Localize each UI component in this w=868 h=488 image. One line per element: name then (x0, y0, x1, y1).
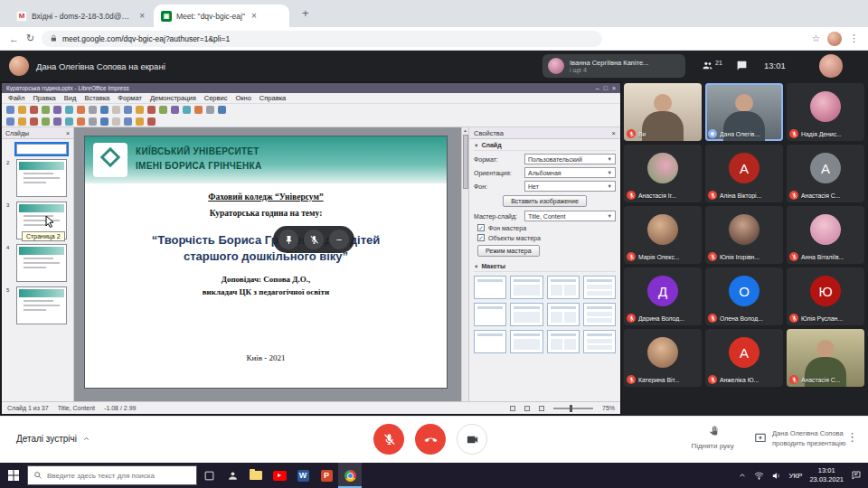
camera-toggle-button[interactable] (457, 424, 487, 455)
toolbar-icon[interactable] (53, 117, 61, 126)
toolbar-icon[interactable] (206, 106, 214, 114)
toolbar-icon[interactable] (18, 106, 26, 114)
people-button[interactable]: 21 (702, 60, 722, 71)
search-input[interactable] (47, 472, 183, 480)
participants-preview[interactable]: Іванна Сергіївна Капіте... і ще 4 (542, 54, 685, 78)
toolbar-icon[interactable] (100, 117, 108, 126)
collapse-icon[interactable]: ▼ (474, 264, 478, 269)
youtube-button[interactable] (268, 463, 291, 488)
toolbar-icon[interactable] (112, 117, 120, 126)
participant-tile[interactable]: Ви (624, 83, 702, 141)
master-slide-select[interactable]: Title, Content▼ (524, 211, 616, 221)
url-input[interactable] (62, 34, 594, 43)
layout-thumb[interactable] (583, 276, 616, 299)
slide-thumbnail[interactable]: 1 (16, 144, 67, 155)
layout-thumb[interactable] (474, 276, 506, 299)
layout-thumb[interactable] (583, 303, 616, 326)
layout-thumb[interactable] (547, 276, 580, 299)
toolbar-icon[interactable] (112, 106, 120, 114)
toolbar-icon[interactable] (147, 117, 156, 126)
menu-window[interactable]: Окно (235, 94, 250, 102)
layout-thumb[interactable] (547, 303, 580, 326)
toolbar-icon[interactable] (147, 106, 156, 114)
chat-button[interactable] (736, 60, 748, 71)
toolbar-icon[interactable] (77, 106, 85, 114)
menu-slideshow[interactable]: Демонстрация (150, 94, 196, 102)
layout-thumb[interactable] (474, 330, 506, 353)
pin-button[interactable] (278, 230, 298, 249)
toolbar-icon[interactable] (183, 106, 191, 114)
toolbar-icon[interactable] (6, 106, 14, 114)
maximize-icon[interactable]: □ (604, 85, 608, 91)
language-indicator[interactable]: УКР (788, 472, 802, 480)
toolbar-icon[interactable] (218, 106, 226, 114)
reload-icon[interactable]: ↻ (26, 33, 34, 44)
layout-thumb[interactable] (583, 330, 616, 353)
menu-file[interactable]: Файл (8, 94, 24, 102)
toolbar-icon[interactable] (53, 106, 61, 114)
start-button[interactable] (8, 470, 19, 481)
toolbar-icon[interactable] (77, 117, 85, 126)
close-icon[interactable]: × (66, 130, 70, 136)
powerpoint-button[interactable]: P (315, 463, 338, 488)
vertical-scrollbar[interactable]: ▴ (461, 127, 468, 401)
file-explorer-button[interactable] (244, 463, 268, 488)
bookmark-icon[interactable]: ☆ (812, 33, 820, 43)
toolbar-icon[interactable] (30, 106, 38, 114)
minimize-icon[interactable]: – (596, 85, 599, 91)
slide-canvas[interactable]: КИЇВСЬКИЙ УНІВЕРСИТЕТ ІМЕНІ БОРИСА ГРІНЧ… (74, 127, 461, 401)
participant-tile[interactable]: Дана Олегів... (705, 83, 783, 141)
toolbar-icon[interactable] (6, 117, 14, 126)
participant-tile[interactable]: ААнастасія С... (787, 145, 864, 202)
browser-profile-avatar[interactable] (827, 32, 842, 46)
participant-tile[interactable]: Юлія Ігорівн... (705, 206, 783, 264)
menu-format[interactable]: Формат (118, 94, 142, 102)
collapse-icon[interactable]: ▼ (474, 143, 478, 148)
menu-tools[interactable]: Сервис (204, 94, 228, 102)
more-options-icon[interactable]: ⋮ (846, 430, 858, 444)
toolbar-icon[interactable] (65, 106, 73, 114)
toolbar-icon[interactable] (159, 106, 167, 114)
format-select[interactable]: Пользовательский▼ (524, 154, 616, 164)
participant-tile[interactable]: ААліна Вікторі... (705, 145, 783, 202)
taskbar-clock[interactable]: 13:01 23.03.2021 (809, 466, 844, 484)
participant-tile[interactable]: ЮЮлія Руслан... (787, 267, 864, 325)
toolbar-icon[interactable] (171, 106, 179, 114)
presenting-status[interactable]: Дана Олегівна Сопова проводить презентац… (754, 428, 845, 449)
network-icon[interactable] (754, 471, 764, 481)
slide-thumbnail[interactable]: 5 (16, 286, 67, 324)
chrome-button[interactable] (338, 463, 362, 488)
toolbar-icon[interactable] (136, 106, 144, 114)
toolbar-icon[interactable] (124, 106, 132, 114)
view-mode-icon[interactable] (524, 406, 530, 411)
toolbar-icon[interactable] (30, 117, 38, 126)
master-objects-checkbox[interactable]: ✓Объекты мастера (477, 234, 616, 241)
menu-help[interactable]: Справка (259, 94, 286, 102)
view-mode-icon[interactable] (510, 406, 515, 411)
orientation-select[interactable]: Альбомная▼ (524, 167, 616, 178)
view-mode-icon[interactable] (539, 406, 544, 411)
master-background-checkbox[interactable]: ✓Фон мастера (477, 224, 616, 231)
layout-thumb[interactable] (474, 303, 506, 326)
self-avatar[interactable] (819, 54, 843, 78)
participant-tile[interactable]: ААнжеліка Ю... (705, 329, 783, 387)
browser-menu-icon[interactable]: ⋮ (849, 33, 859, 44)
window-titlebar[interactable]: Кураторська година.pptx - LibreOffice Im… (2, 83, 620, 93)
word-button[interactable]: W (291, 463, 315, 488)
tab-gmail[interactable]: M Вхідні - doms-2-18-3.0d@kubg... × (9, 5, 152, 27)
zoom-slider[interactable] (553, 408, 593, 409)
background-select[interactable]: Нет▼ (524, 181, 616, 192)
mic-toggle-button[interactable] (373, 424, 404, 455)
master-mode-button[interactable]: Режим мастера (477, 245, 540, 257)
slide-thumbnail[interactable]: 4 (16, 244, 67, 282)
participant-tile[interactable]: Анна Віталіїв... (787, 206, 864, 264)
toolbar-icon[interactable] (65, 117, 73, 126)
participant-tile[interactable]: ДДарина Волод... (624, 267, 702, 325)
raise-hand-button[interactable]: Підняти руку (676, 425, 749, 453)
slide-thumbnail[interactable]: 2 (16, 159, 67, 197)
participant-tile[interactable]: Анастасія Іг... (624, 145, 702, 202)
toolbar-icon[interactable] (136, 117, 144, 126)
tray-chevron-icon[interactable] (738, 471, 747, 480)
taskbar-people-button[interactable] (221, 463, 244, 488)
close-icon[interactable]: × (612, 129, 616, 137)
